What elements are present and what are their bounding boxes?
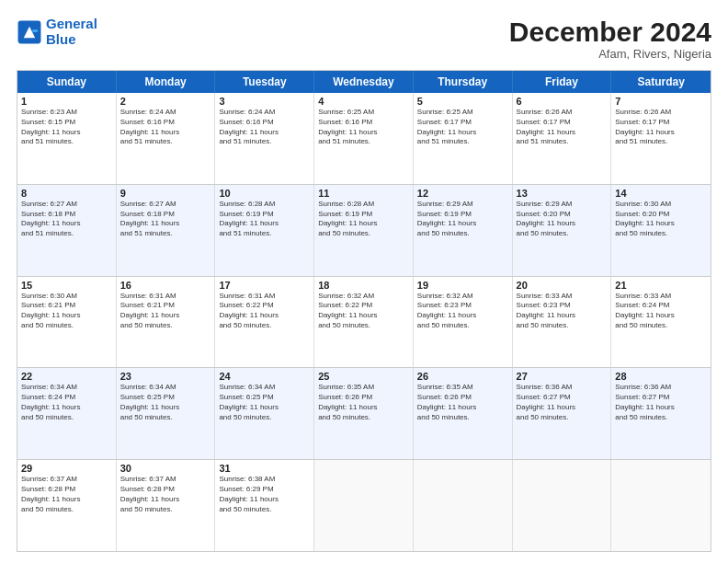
day-info: Sunrise: 6:32 AM Sunset: 6:23 PM Dayligh… xyxy=(417,292,508,331)
calendar-cell: 31Sunrise: 6:38 AM Sunset: 6:29 PM Dayli… xyxy=(215,460,314,551)
day-info: Sunrise: 6:35 AM Sunset: 6:26 PM Dayligh… xyxy=(417,383,508,422)
calendar-body: 1Sunrise: 6:23 AM Sunset: 6:15 PM Daylig… xyxy=(17,93,711,551)
calendar-cell: 20Sunrise: 6:33 AM Sunset: 6:23 PM Dayli… xyxy=(513,277,612,368)
day-number: 13 xyxy=(517,188,608,199)
day-number: 19 xyxy=(417,280,508,291)
day-number: 17 xyxy=(219,280,310,291)
day-info: Sunrise: 6:31 AM Sunset: 6:22 PM Dayligh… xyxy=(219,292,310,331)
day-info: Sunrise: 6:36 AM Sunset: 6:27 PM Dayligh… xyxy=(517,383,608,422)
calendar-header: SundayMondayTuesdayWednesdayThursdayFrid… xyxy=(17,71,711,93)
logo-line1: General xyxy=(46,16,97,31)
day-info: Sunrise: 6:30 AM Sunset: 6:21 PM Dayligh… xyxy=(21,292,112,331)
calendar-cell: 8Sunrise: 6:27 AM Sunset: 6:18 PM Daylig… xyxy=(17,185,117,276)
calendar-day-header: Tuesday xyxy=(215,71,314,93)
calendar-cell: 2Sunrise: 6:24 AM Sunset: 6:16 PM Daylig… xyxy=(117,93,216,184)
day-info: Sunrise: 6:29 AM Sunset: 6:20 PM Dayligh… xyxy=(517,200,608,239)
day-number: 26 xyxy=(417,371,508,382)
day-info: Sunrise: 6:24 AM Sunset: 6:16 PM Dayligh… xyxy=(219,108,310,147)
day-info: Sunrise: 6:34 AM Sunset: 6:25 PM Dayligh… xyxy=(120,383,211,422)
calendar-week: 15Sunrise: 6:30 AM Sunset: 6:21 PM Dayli… xyxy=(17,277,711,369)
day-info: Sunrise: 6:34 AM Sunset: 6:24 PM Dayligh… xyxy=(21,383,112,422)
day-info: Sunrise: 6:28 AM Sunset: 6:19 PM Dayligh… xyxy=(318,200,409,239)
calendar-day-header: Saturday xyxy=(611,71,711,93)
logo-text: General Blue xyxy=(46,17,97,47)
day-info: Sunrise: 6:37 AM Sunset: 6:28 PM Dayligh… xyxy=(120,475,211,514)
header: General Blue December 2024 Afam, Rivers,… xyxy=(17,17,711,61)
day-number: 9 xyxy=(120,188,211,199)
calendar-day-header: Monday xyxy=(117,71,216,93)
day-number: 11 xyxy=(318,188,409,199)
calendar-week: 8Sunrise: 6:27 AM Sunset: 6:18 PM Daylig… xyxy=(17,185,711,277)
day-number: 10 xyxy=(219,188,310,199)
calendar-cell: 16Sunrise: 6:31 AM Sunset: 6:21 PM Dayli… xyxy=(117,277,216,368)
day-info: Sunrise: 6:32 AM Sunset: 6:22 PM Dayligh… xyxy=(318,292,409,331)
day-number: 2 xyxy=(120,96,211,107)
calendar-cell: 24Sunrise: 6:34 AM Sunset: 6:25 PM Dayli… xyxy=(215,368,314,459)
day-info: Sunrise: 6:28 AM Sunset: 6:19 PM Dayligh… xyxy=(219,200,310,239)
day-info: Sunrise: 6:27 AM Sunset: 6:18 PM Dayligh… xyxy=(120,200,211,239)
day-number: 29 xyxy=(21,463,112,474)
calendar-cell: 14Sunrise: 6:30 AM Sunset: 6:20 PM Dayli… xyxy=(611,185,711,276)
calendar-cell: 21Sunrise: 6:33 AM Sunset: 6:24 PM Dayli… xyxy=(611,277,711,368)
day-info: Sunrise: 6:33 AM Sunset: 6:24 PM Dayligh… xyxy=(615,292,707,331)
day-info: Sunrise: 6:34 AM Sunset: 6:25 PM Dayligh… xyxy=(219,383,310,422)
day-number: 8 xyxy=(21,188,112,199)
calendar-cell: 9Sunrise: 6:27 AM Sunset: 6:18 PM Daylig… xyxy=(117,185,216,276)
calendar-cell: 25Sunrise: 6:35 AM Sunset: 6:26 PM Dayli… xyxy=(314,368,414,459)
day-info: Sunrise: 6:26 AM Sunset: 6:17 PM Dayligh… xyxy=(615,108,707,147)
calendar-cell: 23Sunrise: 6:34 AM Sunset: 6:25 PM Dayli… xyxy=(117,368,216,459)
calendar-cell: 22Sunrise: 6:34 AM Sunset: 6:24 PM Dayli… xyxy=(17,368,117,459)
calendar-day-header: Sunday xyxy=(17,71,117,93)
day-number: 4 xyxy=(318,96,409,107)
logo: General Blue xyxy=(17,17,97,47)
day-number: 16 xyxy=(120,280,211,291)
day-number: 22 xyxy=(21,371,112,382)
day-number: 25 xyxy=(318,371,409,382)
day-info: Sunrise: 6:30 AM Sunset: 6:20 PM Dayligh… xyxy=(615,200,707,239)
calendar-cell: 30Sunrise: 6:37 AM Sunset: 6:28 PM Dayli… xyxy=(117,460,216,551)
title-block: December 2024 Afam, Rivers, Nigeria xyxy=(509,17,711,61)
calendar-week: 1Sunrise: 6:23 AM Sunset: 6:15 PM Daylig… xyxy=(17,93,711,185)
day-number: 7 xyxy=(615,96,707,107)
day-number: 1 xyxy=(21,96,112,107)
calendar-cell: 27Sunrise: 6:36 AM Sunset: 6:27 PM Dayli… xyxy=(513,368,612,459)
calendar-cell: 1Sunrise: 6:23 AM Sunset: 6:15 PM Daylig… xyxy=(17,93,117,184)
calendar-cell: 10Sunrise: 6:28 AM Sunset: 6:19 PM Dayli… xyxy=(215,185,314,276)
day-info: Sunrise: 6:33 AM Sunset: 6:23 PM Dayligh… xyxy=(517,292,608,331)
calendar-cell: 18Sunrise: 6:32 AM Sunset: 6:22 PM Dayli… xyxy=(314,277,414,368)
logo-icon xyxy=(17,19,42,45)
day-number: 3 xyxy=(219,96,310,107)
day-number: 20 xyxy=(517,280,608,291)
day-number: 31 xyxy=(219,463,310,474)
logo-line2: Blue xyxy=(46,31,76,47)
day-number: 23 xyxy=(120,371,211,382)
calendar-cell: 29Sunrise: 6:37 AM Sunset: 6:28 PM Dayli… xyxy=(17,460,117,551)
day-info: Sunrise: 6:23 AM Sunset: 6:15 PM Dayligh… xyxy=(21,108,112,147)
calendar-cell: 11Sunrise: 6:28 AM Sunset: 6:19 PM Dayli… xyxy=(314,185,414,276)
day-info: Sunrise: 6:29 AM Sunset: 6:19 PM Dayligh… xyxy=(417,200,508,239)
day-info: Sunrise: 6:37 AM Sunset: 6:28 PM Dayligh… xyxy=(21,475,112,514)
day-number: 18 xyxy=(318,280,409,291)
calendar-cell: 3Sunrise: 6:24 AM Sunset: 6:16 PM Daylig… xyxy=(215,93,314,184)
calendar-cell: 26Sunrise: 6:35 AM Sunset: 6:26 PM Dayli… xyxy=(414,368,513,459)
day-info: Sunrise: 6:24 AM Sunset: 6:16 PM Dayligh… xyxy=(120,108,211,147)
day-number: 28 xyxy=(615,371,707,382)
day-info: Sunrise: 6:31 AM Sunset: 6:21 PM Dayligh… xyxy=(120,292,211,331)
calendar-week: 22Sunrise: 6:34 AM Sunset: 6:24 PM Dayli… xyxy=(17,368,711,460)
day-number: 12 xyxy=(417,188,508,199)
calendar-cell: 19Sunrise: 6:32 AM Sunset: 6:23 PM Dayli… xyxy=(414,277,513,368)
calendar-day-header: Thursday xyxy=(414,71,513,93)
calendar-cell: 15Sunrise: 6:30 AM Sunset: 6:21 PM Dayli… xyxy=(17,277,117,368)
calendar-cell: 6Sunrise: 6:26 AM Sunset: 6:17 PM Daylig… xyxy=(513,93,612,184)
calendar-cell: 17Sunrise: 6:31 AM Sunset: 6:22 PM Dayli… xyxy=(215,277,314,368)
page: General Blue December 2024 Afam, Rivers,… xyxy=(0,0,728,563)
day-info: Sunrise: 6:35 AM Sunset: 6:26 PM Dayligh… xyxy=(318,383,409,422)
day-info: Sunrise: 6:36 AM Sunset: 6:27 PM Dayligh… xyxy=(615,383,707,422)
calendar-cell xyxy=(513,460,612,551)
calendar-week: 29Sunrise: 6:37 AM Sunset: 6:28 PM Dayli… xyxy=(17,460,711,551)
day-number: 30 xyxy=(120,463,211,474)
day-number: 27 xyxy=(517,371,608,382)
calendar-day-header: Wednesday xyxy=(314,71,414,93)
day-number: 6 xyxy=(517,96,608,107)
day-info: Sunrise: 6:38 AM Sunset: 6:29 PM Dayligh… xyxy=(219,475,310,514)
